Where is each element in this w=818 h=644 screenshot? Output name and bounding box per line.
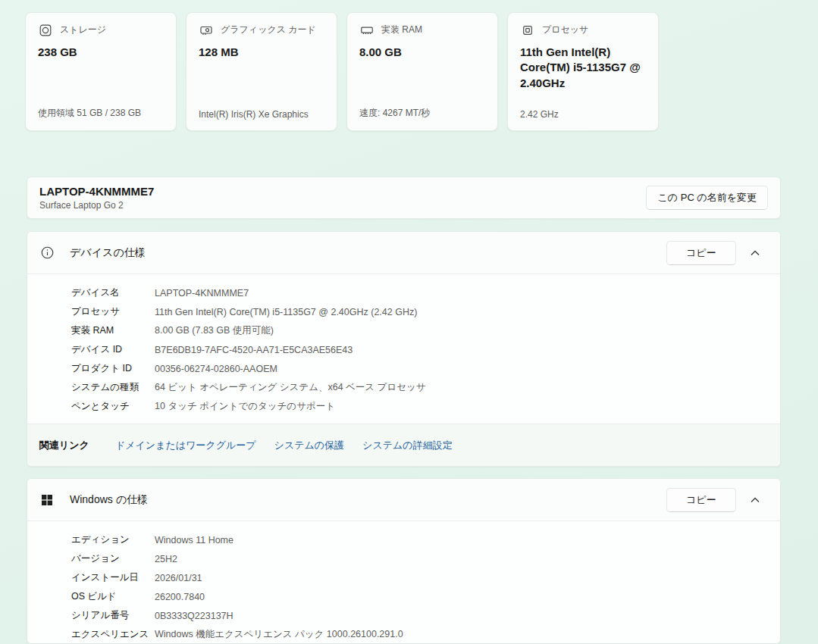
spec-row: インストール日 2026/01/31 xyxy=(27,568,780,587)
stat-card-label: ストレージ xyxy=(60,23,106,36)
device-specs-table: デバイス名 LAPTOP-4KNMMME7 プロセッサ 11th Gen Int… xyxy=(27,274,780,424)
ram-icon xyxy=(359,24,375,36)
chevron-up-icon xyxy=(751,247,760,258)
spec-label: プロセッサ xyxy=(71,305,155,318)
copy-device-specs-button[interactable]: コピー xyxy=(666,241,736,265)
spec-value: 10 タッチ ポイントでのタッチのサポート xyxy=(155,400,335,413)
related-link[interactable]: システムの詳細設定 xyxy=(362,439,453,452)
spec-label: エクスペリエンス xyxy=(71,628,155,641)
stat-card-label: グラフィックス カード xyxy=(221,23,316,36)
spec-label: システムの種類 xyxy=(71,381,155,394)
stat-card-label: プロセッサ xyxy=(542,23,588,36)
spec-row: デバイス ID B7E6DB19-7AFC-4520-AA71-E5CA3AE5… xyxy=(27,340,780,359)
stat-card-value: 8.00 GB xyxy=(359,45,485,60)
spec-label: デバイス名 xyxy=(71,286,155,299)
spec-label: OS ビルド xyxy=(71,590,155,603)
spec-value: 2026/01/31 xyxy=(155,573,202,583)
spec-value: 64 ビット オペレーティング システム、x64 ベース プロセッサ xyxy=(155,381,426,394)
spec-label: ペンとタッチ xyxy=(71,400,155,413)
spec-row: エクスペリエンス Windows 機能エクスペリエンス パック 1000.261… xyxy=(27,625,780,644)
stat-card-caption: Intel(R) Iris(R) Xe Graphics xyxy=(199,109,324,120)
stat-cards-row: ストレージ 238 GB 使用領域 51 GB / 238 GB グラフィックス… xyxy=(25,12,659,131)
device-specs-header[interactable]: デバイスの仕様 コピー xyxy=(27,232,780,274)
spec-label: デバイス ID xyxy=(71,343,155,356)
ram-card[interactable]: 実装 RAM 8.00 GB 速度: 4267 MT/秒 xyxy=(346,12,498,131)
related-links: ドメインまたはワークグループシステムの保護システムの詳細設定 xyxy=(115,439,453,452)
spec-row: 実装 RAM 8.00 GB (7.83 GB 使用可能) xyxy=(27,321,780,340)
spec-row: デバイス名 LAPTOP-4KNMMME7 xyxy=(27,283,780,302)
spec-row: シリアル番号 0B3333Q223137H xyxy=(27,606,780,625)
device-model: Surface Laptop Go 2 xyxy=(39,200,154,211)
spec-value: LAPTOP-4KNMMME7 xyxy=(155,288,249,299)
related-links-band: 関連リンク ドメインまたはワークグループシステムの保護システムの詳細設定 xyxy=(27,424,780,466)
stat-card-caption: 2.42 GHz xyxy=(520,109,646,120)
spec-value: 00356-06274-02860-AAOEM xyxy=(155,364,277,374)
graphics-card-card[interactable]: グラフィックス カード 128 MB Intel(R) Iris(R) Xe G… xyxy=(186,12,337,131)
spec-value: 26200.7840 xyxy=(155,592,205,602)
spec-row: バージョン 25H2 xyxy=(27,549,780,568)
windows-logo-icon xyxy=(39,494,55,506)
spec-row: エディション Windows 11 Home xyxy=(27,530,780,549)
stat-card-value: 128 MB xyxy=(199,45,324,60)
device-name-banner: LAPTOP-4KNMMME7 Surface Laptop Go 2 この P… xyxy=(27,177,781,219)
storage-icon xyxy=(38,24,53,36)
spec-label: シリアル番号 xyxy=(71,609,155,622)
related-link[interactable]: システムの保護 xyxy=(274,439,345,452)
spec-label: バージョン xyxy=(71,552,155,565)
stat-card-caption: 使用領域 51 GB / 238 GB xyxy=(38,107,164,120)
related-link[interactable]: ドメインまたはワークグループ xyxy=(115,439,256,452)
related-links-label: 関連リンク xyxy=(39,439,89,452)
collapse-device-specs-button[interactable] xyxy=(742,241,768,265)
chevron-up-icon xyxy=(751,494,760,505)
spec-value: 0B3333Q223137H xyxy=(155,611,233,621)
spec-row: システムの種類 64 ビット オペレーティング システム、x64 ベース プロセ… xyxy=(27,378,780,397)
stat-card-value: 238 GB xyxy=(38,45,164,60)
spec-value: 8.00 GB (7.83 GB 使用可能) xyxy=(155,324,274,337)
info-icon xyxy=(39,246,55,259)
device-name: LAPTOP-4KNMMME7 xyxy=(39,185,154,199)
rename-pc-button[interactable]: この PC の名前を変更 xyxy=(646,186,768,210)
windows-specs-table: エディション Windows 11 Home バージョン 25H2 インストール… xyxy=(27,521,780,644)
spec-value: Windows 11 Home xyxy=(155,535,233,546)
spec-value: 25H2 xyxy=(155,554,177,564)
spec-label: プロダクト ID xyxy=(71,362,155,375)
windows-specs-header[interactable]: Windows の仕様 コピー xyxy=(27,479,780,521)
spec-label: エディション xyxy=(71,533,155,546)
spec-value: 11th Gen Intel(R) Core(TM) i5-1135G7 @ 2… xyxy=(155,307,417,317)
cpu-icon xyxy=(520,24,535,36)
stat-card-label: 実装 RAM xyxy=(381,23,422,36)
device-specs-panel: デバイスの仕様 コピー デバイス名 LAPTOP-4KNMMME7 プロセッサ xyxy=(27,231,781,467)
stat-card-value: 11th Gen Intel(R) Core(TM) i5-1135G7 @ 2… xyxy=(520,45,646,91)
stat-card-caption: 速度: 4267 MT/秒 xyxy=(359,107,485,120)
spec-row: ペンとタッチ 10 タッチ ポイントでのタッチのサポート xyxy=(27,397,780,416)
processor-card[interactable]: プロセッサ 11th Gen Intel(R) Core(TM) i5-1135… xyxy=(507,12,659,131)
copy-windows-specs-button[interactable]: コピー xyxy=(666,488,736,512)
spec-value: B7E6DB19-7AFC-4520-AA71-E5CA3AE56E43 xyxy=(155,345,353,355)
spec-label: 実装 RAM xyxy=(71,324,155,337)
graphics-card-icon xyxy=(199,24,214,36)
settings-about-page: ストレージ 238 GB 使用領域 51 GB / 238 GB グラフィックス… xyxy=(0,0,818,644)
storage-card[interactable]: ストレージ 238 GB 使用領域 51 GB / 238 GB xyxy=(25,12,177,131)
windows-specs-title: Windows の仕様 xyxy=(70,493,148,507)
spec-row: プロセッサ 11th Gen Intel(R) Core(TM) i5-1135… xyxy=(27,302,780,321)
collapse-windows-specs-button[interactable] xyxy=(742,488,768,512)
spec-row: OS ビルド 26200.7840 xyxy=(27,587,780,606)
spec-label: インストール日 xyxy=(71,571,155,584)
device-specs-title: デバイスの仕様 xyxy=(70,246,146,260)
windows-specs-panel: Windows の仕様 コピー エディション Windows 11 Home バ… xyxy=(27,478,781,644)
spec-row: プロダクト ID 00356-06274-02860-AAOEM xyxy=(27,359,780,378)
spec-value: Windows 機能エクスペリエンス パック 1000.26100.291.0 xyxy=(155,628,403,641)
